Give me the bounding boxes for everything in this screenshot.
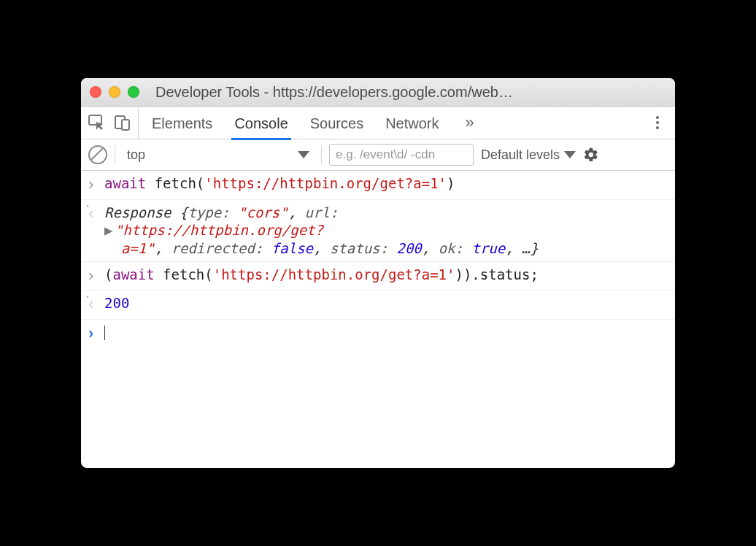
console-command: (await fetch('https://httpbin.org/get?a=… [104,266,668,287]
settings-menu-button[interactable] [647,113,668,132]
gear-icon[interactable] [583,147,599,163]
svg-rect-2 [122,120,129,130]
close-window-button[interactable] [90,86,101,98]
console-input-row: await fetch('https://httpbin.org/get?a=1… [81,171,675,200]
context-selector[interactable]: top [123,147,314,163]
tab-sources[interactable]: Sources [310,106,363,139]
more-tabs-button[interactable]: » [461,113,479,132]
minimize-window-button[interactable] [109,86,120,98]
context-value: top [127,147,145,163]
input-chevron-icon [88,174,104,196]
device-toggle-icon[interactable] [115,115,131,131]
tab-elements[interactable]: Elements [152,106,212,139]
console-output-row: • 200 [81,291,675,320]
text-cursor [104,326,105,340]
tab-network[interactable]: Network [385,106,439,139]
chevron-down-icon [564,151,576,158]
maximize-window-button[interactable] [128,86,139,98]
window-title: Developer Tools - https://developers.goo… [155,84,666,101]
levels-label: Default levels [481,147,560,163]
log-levels-selector[interactable]: Default levels [481,147,576,163]
inspect-element-icon[interactable] [88,115,106,131]
output-chevron-icon: • [88,294,104,315]
devtools-window: Developer Tools - https://developers.goo… [81,78,675,468]
input-chevron-icon [88,266,104,287]
tab-bar: Elements Console Sources Network » [81,107,675,139]
output-chevron-icon: • [88,204,104,258]
tab-console[interactable]: Console [234,106,288,139]
titlebar: Developer Tools - https://developers.goo… [81,78,675,107]
clear-console-icon[interactable] [88,145,107,164]
expand-object-icon[interactable]: ▶ [104,221,115,239]
console-prompt-row[interactable] [81,320,675,348]
prompt-chevron-icon [88,323,104,345]
console-output-row: • Response {type: "cors", url: ▶"https:/… [81,200,675,262]
console-result[interactable]: Response {type: "cors", url: ▶"https://h… [104,204,668,258]
tool-icons [88,107,139,139]
console-prompt-input[interactable] [104,323,668,345]
panel-tabs: Elements Console Sources Network » [144,107,479,139]
console-input-row: (await fetch('https://httpbin.org/get?a=… [81,262,675,291]
traffic-lights [90,86,139,98]
console-toolbar: top e.g. /event\d/ -cdn Default levels [81,139,675,171]
separator [115,145,115,164]
console-result: 200 [104,294,668,315]
filter-input[interactable]: e.g. /event\d/ -cdn [329,144,474,166]
chevron-down-icon [298,151,309,158]
console-output: await fetch('https://httpbin.org/get?a=1… [81,171,675,468]
separator [321,145,322,164]
console-command: await fetch('https://httpbin.org/get?a=1… [104,174,668,196]
filter-placeholder: e.g. /event\d/ -cdn [336,147,435,162]
